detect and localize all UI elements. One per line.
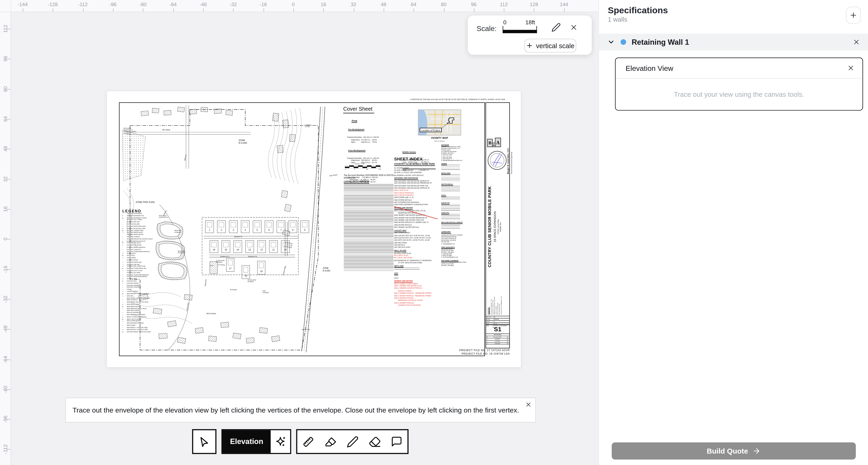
ruler-h-label: -32 [224, 2, 243, 7]
svg-text:6: 6 [269, 229, 270, 231]
svg-text:17: 17 [229, 267, 231, 270]
measure-tool-button[interactable] [302, 435, 314, 447]
ruler-h-label: 80 [434, 2, 453, 7]
close-icon [852, 38, 860, 46]
close-icon [847, 64, 855, 72]
sheet-index-item: LW7 DETAILS CONT. [394, 246, 437, 248]
legend-item: ●NEW WATER VALVE [122, 303, 179, 306]
svg-text:8: 8 [292, 229, 293, 231]
map-label-setback-75: 75' BUILDING SETBACK [247, 279, 256, 283]
contact-block: OWNER [441, 163, 484, 171]
highlighter-icon [324, 435, 337, 447]
add-vertical-scale-button[interactable]: vertical scale [524, 39, 577, 53]
sheet-index-item: S4 GENERAL NOTES, SITE DETAILS [394, 174, 437, 176]
sheet-index-item: S2 SITE 1 PLAN [394, 169, 437, 172]
tax-account: Tax Account Number 0037680000 4200 & 003… [344, 174, 397, 179]
sheet-index-item: LDA2 [394, 277, 437, 279]
ruler-h-label: -48 [194, 2, 213, 7]
wall-row[interactable]: Retaining Wall 1 [599, 34, 868, 50]
project-address-1: 23708 Locust Way [497, 219, 499, 234]
pencil-tool-button[interactable] [346, 435, 359, 447]
sheet-index-item: LDA [394, 272, 437, 274]
sheet-index-item: LW4 20TH AVE W STA. 10+50 TO STA. 11+50 [394, 239, 437, 241]
build-quote-button[interactable]: Build Quote [612, 442, 856, 460]
select-tool-button[interactable] [192, 429, 216, 454]
area-pre-heading: Pre-development [348, 129, 379, 131]
contact-block: ENGINEERDENNIS J. BOEGER PE, CWREBOEGER … [441, 144, 484, 162]
elevation-tool-button[interactable]: Elevation [222, 430, 271, 453]
sheet-index-item: W1.1 WALL PLAN [394, 254, 437, 257]
legend-item: ◦NEW FIRE HYDRANT [122, 310, 179, 312]
legend-item: —EXISTING GAS LINE [122, 264, 179, 266]
sheet-index-item: S1 COVER SHEET [394, 167, 437, 169]
sheet-index-item: W2 REDWOOD ST, REDWOOD CT, REDWOOD [394, 259, 437, 262]
firm-logo: B & A [487, 138, 508, 150]
ruler-icon [302, 435, 314, 447]
instruction-bar: Trace out the envelope of the elevation … [65, 398, 536, 423]
sheet-index-item: W1.2 WALL SECTIONS [394, 257, 437, 259]
legend-item: ■NEW V-NOTCH BASIN [122, 318, 179, 320]
legend-item: ■DITCH INLET [122, 255, 179, 257]
legend-item: ■EXISTING CONIFER TREE [122, 230, 179, 232]
svg-text:16: 16 [213, 248, 215, 251]
legend-item: △NEW STORM BASIN [122, 321, 179, 323]
svg-text:4: 4 [245, 229, 246, 231]
legal-description-heading: LEGAL DESCRIPTION [344, 180, 369, 183]
legend-item: ●EXISTING WATER BLOW-OFF [122, 240, 179, 242]
sheet-index-item: GD4 GRADING AND DRAINAGE SPRUCE ST [394, 187, 437, 189]
legend-item: —EXISTING WOODS AND BRUSH [122, 276, 179, 278]
legend-item: —FOUND [122, 289, 179, 291]
map-label-existing-rw: EXISTING 20' R/W [305, 125, 311, 128]
instruction-close-button[interactable] [525, 400, 532, 410]
mobile-homes-heading: Mobile Homes [403, 151, 436, 154]
legend-item: ●COUNTY SURVEY [122, 291, 179, 293]
legend-item: ◦EXISTING MAIL BOX [122, 221, 179, 223]
highlighter-tool-button[interactable] [324, 435, 337, 447]
ruler-h-label: -144 [13, 2, 32, 7]
zone-label-right: ZONE R-9,600 [323, 267, 330, 273]
project-file-numbers: PROJECT FILE NO: 17 107102 ACUPPROJECT F… [395, 348, 510, 356]
legend-item: •EXISTING BOLLARD [122, 224, 179, 226]
ai-assist-button[interactable] [271, 430, 290, 453]
map-label-setback-70: 70' BUILDING SETBACK [216, 260, 225, 263]
instruction-text: Trace out the envelope of the elevation … [72, 406, 519, 414]
svg-text:15: 15 [224, 248, 227, 251]
drawing-canvas[interactable]: A PORTION OF THE NW 1/4 & SW 1/4 OF THE … [0, 0, 598, 465]
edit-scale-button[interactable] [551, 23, 561, 34]
close-elevation-view-button[interactable] [847, 64, 855, 73]
add-wall-button[interactable] [846, 7, 861, 24]
svg-text:9: 9 [304, 229, 305, 231]
ruler-h-label: 64 [404, 2, 423, 7]
sheet-index-item: SW4 SEWER AND WATER PARK AVE [394, 219, 437, 222]
legend-item: ◦EXISTING PAVEMENT [122, 285, 179, 287]
plus-icon [526, 42, 533, 49]
svg-text:11: 11 [272, 248, 275, 251]
remove-scale-button[interactable] [570, 23, 578, 34]
plus-icon [849, 11, 858, 20]
delete-wall-button[interactable] [852, 38, 860, 46]
arrow-right-icon [752, 447, 761, 455]
legend-item: —EXISTING MONITORING WELL [122, 226, 179, 228]
sheet-index-item: S3 SITE 1 LAYOUT AND STRIPING [394, 171, 437, 174]
legend-item: ●NEW 8" STORM LINE 3034 PVC [122, 316, 179, 318]
scale-zero: 0 [503, 19, 506, 26]
sheet-index-item: SW1.2 SEWER & WATER PROFILE - [394, 287, 437, 290]
vicinity-map: Location of Project [418, 109, 461, 135]
comment-tool-button[interactable] [391, 436, 403, 447]
sheet-index-item: GD4.2 ROAD PROFILES [394, 192, 437, 194]
close-icon [570, 23, 578, 32]
legend-item: •NEW CLEANOUT [122, 299, 179, 301]
message-square-icon [391, 436, 403, 447]
ruler-corner [0, 0, 11, 12]
legend-item: •EXISTING CLEAN OUT [122, 249, 179, 251]
legend-item: —NEW SPEED/RUNOFF BUMP [122, 314, 179, 316]
map-label-fire-hydrant: FIRE HYDRANT [262, 290, 269, 294]
contact-block: GEOTECHNICAL [441, 184, 484, 193]
eraser-tool-button[interactable] [369, 435, 381, 447]
sheet-index-item: QUINCE STREET [394, 290, 437, 292]
vertical-scale-label: vertical scale [536, 42, 575, 49]
legend-item: △EXISTING WATER VALVE [122, 232, 179, 234]
ruler-h-label: 96 [464, 2, 483, 7]
svg-text:13: 13 [248, 248, 251, 251]
legend-item: •EXISTING WATER LINE [122, 262, 179, 264]
